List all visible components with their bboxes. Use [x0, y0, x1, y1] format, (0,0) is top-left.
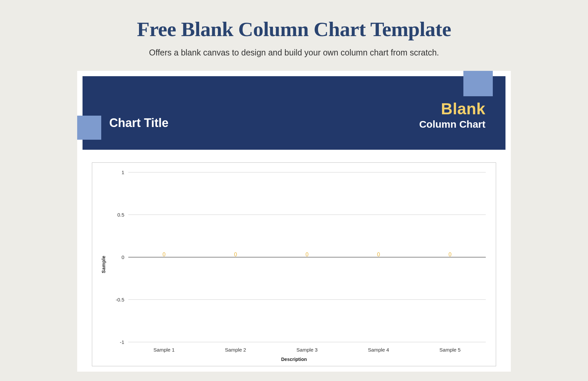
y-tick-label: 0 [122, 254, 124, 260]
x-category-label: Sample 2 [225, 347, 246, 353]
gridline [128, 342, 486, 342]
accent-block-right [463, 71, 493, 96]
data-label: 0 [449, 252, 452, 258]
template-card: Chart Title Blank Column Chart Sample De… [77, 71, 511, 372]
banner-tag: Blank Column Chart [419, 100, 485, 130]
chart-title-label: Chart Title [109, 116, 168, 130]
y-tick-label: 1 [122, 169, 124, 175]
data-label: 0 [234, 252, 237, 258]
x-category-label: Sample 5 [439, 347, 460, 353]
chart-plot-area: -1-0.500.51Sample 10Sample 20Sample 30Sa… [128, 172, 486, 342]
data-label: 0 [306, 252, 309, 258]
x-axis-label: Description [281, 357, 307, 362]
chart-container: Sample Description -1-0.500.51Sample 10S… [92, 162, 496, 366]
data-label: 0 [163, 252, 166, 258]
accent-block-left [77, 116, 101, 140]
gridline [128, 215, 486, 215]
y-tick-label: -0.5 [116, 297, 124, 302]
x-category-label: Sample 4 [368, 347, 389, 353]
banner-tag-bottom: Column Chart [419, 119, 485, 130]
template-banner: Chart Title Blank Column Chart [83, 76, 505, 150]
gridline [128, 172, 486, 172]
page-subtitle: Offers a blank canvas to design and buil… [0, 48, 588, 57]
gridline [128, 299, 486, 300]
banner-tag-top: Blank [419, 100, 485, 118]
y-tick-label: 0.5 [117, 212, 124, 218]
y-axis-label: Sample [101, 256, 106, 273]
data-label: 0 [377, 252, 380, 258]
page-title: Free Blank Column Chart Template [0, 0, 588, 41]
x-category-label: Sample 1 [153, 347, 174, 353]
y-tick-label: -1 [120, 339, 124, 345]
x-category-label: Sample 3 [296, 347, 317, 353]
